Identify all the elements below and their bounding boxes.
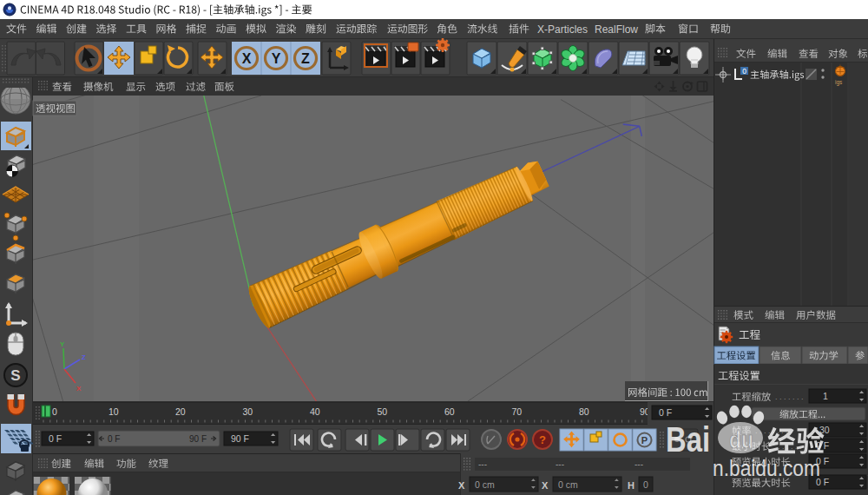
svg-text:igs: igs <box>835 79 843 86</box>
svg-text:X: X <box>458 480 465 491</box>
svg-text:X: X <box>242 51 252 66</box>
svg-text:50: 50 <box>378 406 388 417</box>
svg-text:0: 0 <box>643 479 648 490</box>
svg-text:Z: Z <box>301 51 310 66</box>
svg-text:0: 0 <box>52 406 57 417</box>
svg-text:Y: Y <box>272 51 281 66</box>
svg-text:---: --- <box>635 459 643 469</box>
svg-text:---: --- <box>478 459 487 469</box>
svg-text:S: S <box>10 367 20 384</box>
svg-text:0 F: 0 F <box>108 434 120 444</box>
svg-text:60: 60 <box>444 406 455 417</box>
svg-text:0: 0 <box>742 67 746 76</box>
svg-text:du: du <box>729 427 753 453</box>
svg-text:?: ? <box>539 433 546 446</box>
svg-text:0 F: 0 F <box>49 433 62 444</box>
svg-text:40: 40 <box>310 406 320 417</box>
svg-text:70: 70 <box>512 406 523 417</box>
svg-text:P: P <box>641 435 648 446</box>
svg-text:20: 20 <box>175 406 186 417</box>
svg-text:0 cm: 0 cm <box>475 479 495 490</box>
svg-text:X-Particles: X-Particles <box>537 23 588 36</box>
svg-text:90 F: 90 F <box>231 433 249 444</box>
svg-text:H: H <box>628 480 635 491</box>
svg-text:1: 1 <box>823 391 828 401</box>
svg-text:Z: Z <box>82 353 86 361</box>
svg-text:---: --- <box>556 459 564 469</box>
svg-text:X: X <box>76 385 82 393</box>
svg-text:30: 30 <box>243 406 253 417</box>
svg-text:X: X <box>542 480 549 491</box>
svg-text:80: 80 <box>579 406 589 417</box>
svg-text:RealFlow: RealFlow <box>595 23 638 36</box>
svg-text:. . . . . . .: . . . . . . . <box>775 393 804 401</box>
svg-text:Bai: Bai <box>666 419 710 459</box>
svg-text:90 F: 90 F <box>189 434 207 444</box>
svg-text:Y: Y <box>60 340 65 348</box>
svg-text:10: 10 <box>108 406 119 417</box>
svg-text:0 cm: 0 cm <box>558 479 578 490</box>
svg-text:n.baidu.com: n.baidu.com <box>713 455 820 481</box>
svg-text:0 F: 0 F <box>659 407 672 418</box>
